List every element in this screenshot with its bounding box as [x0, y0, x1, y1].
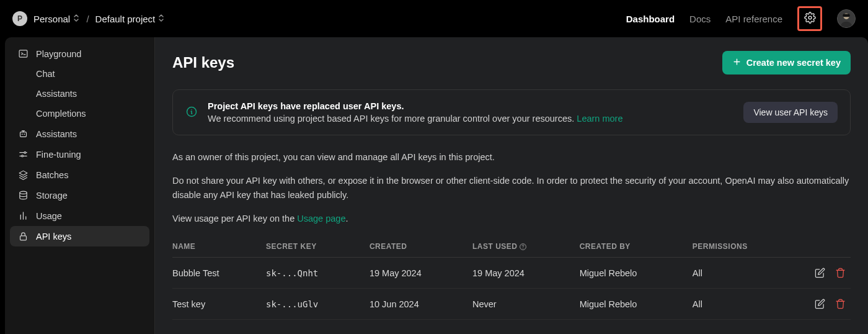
info-icon: [185, 106, 198, 120]
desc3-prefix: View usage per API key on the: [172, 214, 297, 223]
delete-button[interactable]: [835, 268, 846, 278]
cell-permissions: All: [693, 289, 801, 320]
sidebar-item-label: Playground: [36, 49, 81, 59]
sidebar-item-storage[interactable]: Storage: [10, 185, 149, 205]
cell-name: Bubble Test: [172, 258, 266, 289]
notice-title: Project API keys have replaced user API …: [208, 101, 733, 111]
th-created: CREATED: [370, 236, 472, 258]
sliders-icon: [17, 149, 29, 160]
sidebar-item-label: Assistants: [36, 129, 77, 139]
th-secret: SECRET KEY: [266, 236, 370, 258]
cell-created-by: Miguel Rebelo: [580, 258, 693, 289]
cell-permissions: All: [693, 258, 801, 289]
breadcrumb-container: P Personal / Default project: [12, 11, 165, 26]
svg-point-7: [24, 151, 25, 153]
button-label: Create new secret key: [746, 58, 841, 68]
sidebar-item-label: Chat: [36, 69, 55, 79]
table-row: Bubble Testsk-...Qnht19 May 202419 May 2…: [172, 258, 851, 289]
edit-button[interactable]: [815, 299, 825, 309]
settings-button[interactable]: [797, 6, 822, 31]
sidebar-item-label: Usage: [36, 211, 62, 221]
project-selector[interactable]: Default project: [95, 14, 166, 24]
create-secret-key-button[interactable]: Create new secret key: [722, 51, 851, 74]
svg-rect-2: [843, 14, 849, 17]
sidebar-item-assistants-sub[interactable]: Assistants: [10, 84, 149, 104]
svg-point-9: [19, 191, 26, 194]
page-title: API keys: [172, 54, 234, 71]
sidebar-item-api-keys[interactable]: API keys: [10, 226, 149, 246]
breadcrumb-separator: /: [86, 14, 89, 24]
svg-rect-10: [20, 236, 26, 240]
nav-dashboard[interactable]: Dashboard: [626, 14, 675, 24]
cell-secret: sk-...Qnht: [266, 258, 370, 289]
chevron-up-down-icon: [73, 14, 80, 22]
svg-point-6: [24, 133, 25, 135]
cell-last-used: Never: [472, 289, 580, 320]
project-name: Default project: [95, 14, 156, 24]
cell-created: 10 Jun 2024: [370, 289, 472, 320]
delete-button[interactable]: [835, 299, 846, 309]
main-content: API keys Create new secret key Project A…: [155, 37, 868, 334]
nav-api-reference[interactable]: API reference: [725, 14, 782, 24]
sidebar-item-label: Assistants: [36, 89, 77, 99]
notice-body: We recommend using project based API key…: [208, 114, 577, 124]
description-2: Do not share your API key with others, o…: [172, 174, 851, 202]
th-name: NAME: [172, 236, 266, 258]
layers-icon: [17, 169, 29, 180]
topbar: P Personal / Default project Dashboard D…: [0, 0, 868, 37]
sidebar-item-playground[interactable]: Playground: [10, 43, 149, 64]
notice-banner: Project API keys have replaced user API …: [172, 89, 851, 135]
sidebar-item-fine-tuning[interactable]: Fine-tuning: [10, 144, 149, 165]
page-header: API keys Create new secret key: [172, 51, 851, 74]
sidebar-item-label: Fine-tuning: [36, 150, 81, 160]
edit-button[interactable]: [815, 268, 825, 278]
th-created-by: CREATED BY: [580, 236, 693, 258]
table-row: Test keysk-...uGlv10 Jun 2024NeverMiguel…: [172, 289, 851, 320]
sidebar: Playground Chat Assistants Completions A…: [5, 37, 155, 334]
usage-page-link[interactable]: Usage page: [297, 214, 345, 223]
org-name: Personal: [33, 14, 70, 24]
description-3: View usage per API key on the Usage page…: [172, 212, 851, 225]
layout: Playground Chat Assistants Completions A…: [0, 37, 868, 334]
nav-docs[interactable]: Docs: [689, 14, 711, 24]
cell-created-by: Miguel Rebelo: [580, 289, 693, 320]
plus-icon: [732, 57, 742, 68]
bar-chart-icon: [17, 210, 29, 221]
cell-secret: sk-...uGlv: [266, 289, 370, 320]
gear-icon: [804, 12, 816, 25]
notice-text: Project API keys have replaced user API …: [208, 101, 733, 124]
sidebar-item-label: API keys: [36, 232, 71, 241]
cell-created: 19 May 2024: [370, 258, 472, 289]
sidebar-item-label: Storage: [36, 191, 68, 201]
sidebar-item-chat[interactable]: Chat: [10, 64, 149, 84]
svg-point-5: [21, 133, 22, 135]
sidebar-item-completions[interactable]: Completions: [10, 104, 149, 124]
user-avatar[interactable]: [837, 9, 856, 28]
sidebar-item-label: Batches: [36, 170, 68, 180]
cell-name: Test key: [172, 289, 266, 320]
svg-point-8: [21, 155, 23, 157]
cell-last-used: 19 May 2024: [472, 258, 580, 289]
lock-icon: [17, 231, 29, 241]
breadcrumb: Personal / Default project: [33, 14, 165, 24]
th-permissions: PERMISSIONS: [693, 236, 801, 258]
terminal-icon: [17, 48, 29, 59]
org-selector[interactable]: Personal: [33, 14, 80, 24]
sidebar-item-usage[interactable]: Usage: [10, 205, 149, 226]
th-last-used: LAST USED: [472, 236, 580, 258]
sidebar-item-assistants[interactable]: Assistants: [10, 124, 149, 144]
database-icon: [17, 190, 29, 201]
topnav: Dashboard Docs API reference: [626, 6, 856, 31]
svg-rect-4: [20, 132, 26, 137]
help-icon[interactable]: [519, 243, 527, 251]
desc3-suffix: .: [345, 214, 348, 223]
sidebar-item-batches[interactable]: Batches: [10, 165, 149, 185]
description-1: As an owner of this project, you can vie…: [172, 150, 851, 164]
robot-icon: [17, 129, 29, 139]
org-avatar[interactable]: P: [12, 11, 27, 26]
chevron-up-down-icon: [157, 14, 165, 22]
api-keys-table: NAME SECRET KEY CREATED LAST USED CREATE…: [172, 236, 851, 320]
sidebar-item-label: Completions: [36, 109, 86, 119]
learn-more-link[interactable]: Learn more: [577, 114, 622, 124]
view-user-api-keys-button[interactable]: View user API keys: [743, 102, 838, 123]
